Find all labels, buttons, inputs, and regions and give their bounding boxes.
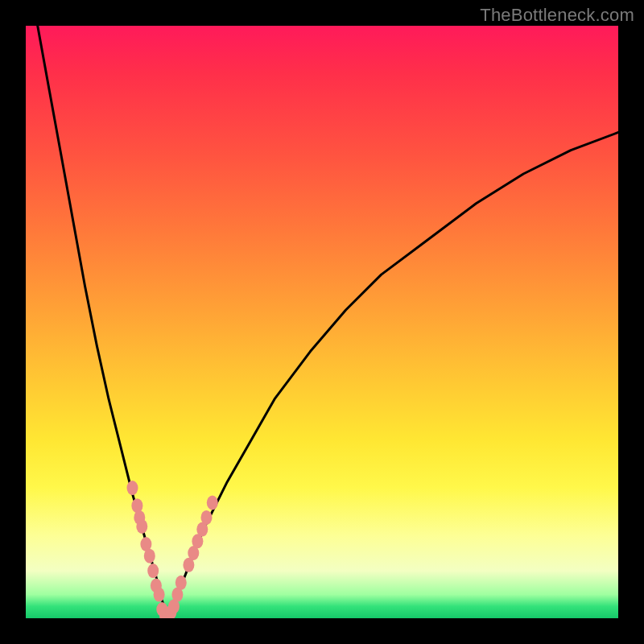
bottleneck-curve xyxy=(38,26,618,618)
plot-area xyxy=(26,26,618,618)
data-marker xyxy=(127,481,138,495)
curve-layer xyxy=(26,26,618,618)
data-marker xyxy=(136,519,147,534)
chart-frame: TheBottleneck.com xyxy=(0,0,644,644)
data-marker xyxy=(154,588,165,602)
data-marker xyxy=(147,564,159,578)
data-marker xyxy=(144,549,155,564)
data-marker xyxy=(201,510,213,525)
data-marker xyxy=(175,576,187,590)
watermark-text: TheBottleneck.com xyxy=(480,5,634,26)
data-marker xyxy=(207,496,218,510)
